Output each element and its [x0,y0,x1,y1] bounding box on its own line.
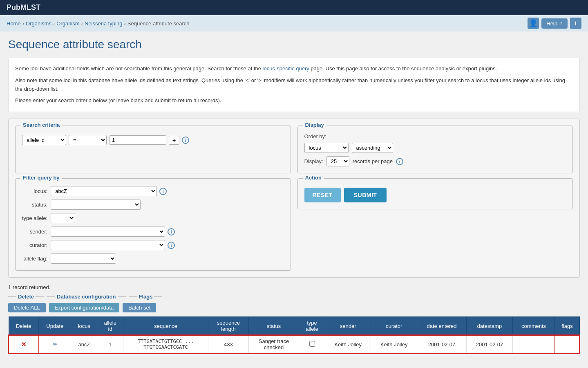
display-legend: Display [303,122,326,128]
add-criteria-button[interactable]: + [169,136,179,145]
type-allele-filter-label: type allele: [22,215,47,221]
results-section: 1 record returned. Delete Database confi… [8,284,580,354]
col-type-allele: typeallele [299,317,325,336]
export-config-button[interactable]: Export configuration/data [49,303,120,312]
info-para-1: Some loci have additional fields which a… [15,65,573,73]
batch-set-button[interactable]: Batch set [123,303,156,312]
breadcrumb-sep-3: › [81,20,83,27]
cell-allele-id: 1 [97,335,123,353]
per-page-row: Display: 25 50 100 200 records per page … [304,156,566,166]
action-legend: Action [303,175,324,181]
curator-info-icon[interactable]: i [168,242,175,249]
info-para-3: Please enter your search criteria below … [15,96,573,105]
sender-info-icon[interactable]: i [168,228,175,236]
top-bar: PubMLST [0,0,588,15]
filter-grid: locus: abcZ adk fumC gdh pdhC pgm i stat… [22,186,226,264]
type-allele-filter-select[interactable]: yes no [51,213,75,223]
order-by-row: Order by: [304,133,566,139]
col-sequence: sequence [123,317,208,336]
cell-sequence: TTTGATACTGTTGCC ...TTGTCGAACTCGATC [123,335,208,353]
breadcrumb-bar: Home › Organisms › Organism › Neisseria … [0,15,588,31]
status-filter-select[interactable]: Sanger trace checked WGS: automated WGS:… [51,200,141,210]
breadcrumb-sep-4: › [124,20,125,27]
cell-status: Sanger tracechecked [248,335,299,353]
help-label: Help [546,20,557,27]
col-comments: comments [512,317,555,336]
submit-button[interactable]: SUBMIT [344,188,387,202]
page-title: Sequence attribute search [8,38,580,51]
criteria-value-input[interactable] [109,135,166,145]
col-delete: Delete [9,317,39,336]
status-filter-control: Sanger trace checked WGS: automated WGS:… [51,200,226,210]
cell-locus: abcZ [71,335,97,353]
locus-filter-control: abcZ adk fumC gdh pdhC pgm i [51,186,226,196]
order-by-select[interactable]: locus allele id sequence status sender c… [304,143,349,153]
criteria-row: allele id sequence status sender curator… [22,135,284,145]
type-allele-checkbox[interactable] [309,341,315,347]
breadcrumb: Home › Organisms › Organism › Neisseria … [7,20,190,27]
search-criteria-legend: Search criteria [20,122,62,128]
col-seq-length: sequencelength [208,317,248,336]
results-table: Delete Update locus alleleid sequence se… [8,316,580,354]
sender-filter-select[interactable]: Keith Jolley [51,227,165,237]
filter-legend: Filter query by [20,175,62,181]
allele-flag-filter-select[interactable]: flagged not flagged [51,254,116,264]
user-icon-button[interactable]: 👤 [528,18,539,29]
col-locus: locus [71,317,97,336]
order-by-controls: locus allele id sequence status sender c… [304,143,566,153]
breadcrumb-home[interactable]: Home [7,20,21,27]
display-label: Display: [304,158,323,164]
cell-comments [512,335,555,353]
col-sender: sender [325,317,371,336]
cell-sender: Keith Jolley [325,335,371,353]
cell-type-allele[interactable] [299,335,325,353]
col-date-entered: date entered [417,317,466,336]
reset-button[interactable]: RESET [304,188,341,202]
cell-seq-length: 433 [208,335,248,353]
curator-filter-label: curator: [22,242,47,248]
locus-filter-select[interactable]: abcZ adk fumC gdh pdhC pgm [51,186,157,196]
edit-row-icon[interactable]: ✏ [53,341,58,348]
allele-flag-filter-label: allele flag: [22,256,47,262]
delete-all-button[interactable]: Delete ALL [8,303,46,312]
delete-row-icon[interactable]: ✕ [21,341,26,348]
info-para-2: Also note that some loci in this databas… [15,76,573,94]
status-filter-label: status: [22,202,47,208]
breadcrumb-organism[interactable]: Organism [56,20,79,27]
breadcrumb-sep-2: › [53,20,55,27]
cell-delete[interactable]: ✕ [9,335,39,353]
col-update: Update [39,317,71,336]
delete-group-label: Delete [18,294,34,300]
allele-flag-filter-control: flagged not flagged [51,254,226,264]
db-config-group-label: Database configuration [57,294,116,300]
action-buttons: RESET SUBMIT [304,188,566,202]
breadcrumb-organisms[interactable]: Organisms [26,20,51,27]
col-flags: flags [555,317,579,336]
help-button[interactable]: Help ↗ [541,18,568,29]
search-criteria-section: Search criteria allele id sequence statu… [15,126,291,173]
app-title: PubMLST [7,3,40,12]
toolbar-groups: Delete Database configuration Flags [8,294,580,300]
col-curator: curator [371,317,417,336]
order-dir-select[interactable]: ascending descending [352,143,393,153]
top-right-buttons: 👤 Help ↗ i [528,18,581,29]
criteria-info-icon[interactable]: i [182,137,189,144]
sender-filter-control: Keith Jolley i [51,227,226,237]
info-icon-button[interactable]: i [570,18,581,29]
curator-filter-select[interactable]: Keith Jolley [51,240,165,250]
per-page-label: records per page [353,158,393,164]
locus-info-icon[interactable]: i [159,188,167,195]
cell-datestamp: 2001-02-07 [467,335,513,353]
table-row: ✕ ✏ abcZ 1 TTTGATACTGTTGCC ...TTGTCGAACT… [9,335,579,353]
locus-specific-link[interactable]: locus-specific query [263,65,309,72]
search-panel: Search criteria allele id sequence statu… [8,119,580,278]
sender-filter-label: sender: [22,229,47,235]
breadcrumb-neisseria[interactable]: Neisseria typing [85,20,123,27]
field-select[interactable]: allele id sequence status sender curator… [22,135,66,145]
operator-select[interactable]: = < > contains starts with [69,135,107,145]
per-page-select[interactable]: 25 50 100 200 [326,156,349,166]
cell-update[interactable]: ✏ [39,335,71,353]
info-box: Some loci have additional fields which a… [8,58,580,112]
breadcrumb-current: Sequence attribute search [127,20,190,27]
display-info-icon[interactable]: i [396,158,403,165]
